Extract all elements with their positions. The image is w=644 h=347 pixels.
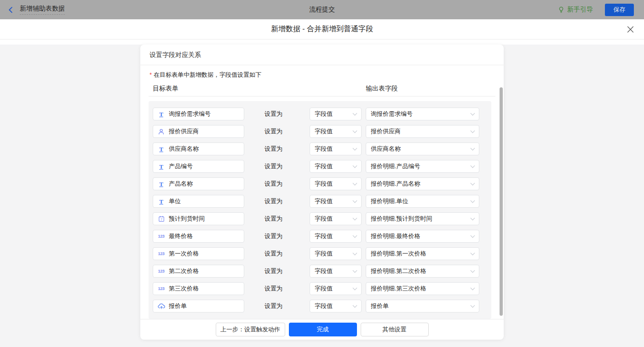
- target-field-input[interactable]: 123 第二次价格: [153, 265, 244, 278]
- panel-footer: 上一步：设置触发动作 完成 其他设置: [140, 319, 504, 340]
- target-field-input[interactable]: 报价单: [153, 300, 244, 313]
- value-type-select[interactable]: 字段值: [310, 300, 362, 313]
- mapping-row: 7 预计到货时间 设置为 字段值 报价明细.预计到货时间: [153, 212, 491, 225]
- value-type-select[interactable]: 字段值: [310, 230, 362, 243]
- text-icon: T: [157, 164, 165, 170]
- set-as-label: 设置为: [264, 267, 282, 275]
- number-icon: 123: [157, 269, 165, 273]
- close-button[interactable]: [627, 26, 634, 33]
- prev-step-button[interactable]: 上一步：设置触发动作: [216, 323, 285, 336]
- chevron-down-icon: [353, 250, 357, 255]
- chevron-down-icon: [471, 216, 475, 220]
- text-icon: T: [157, 199, 165, 205]
- column-header-target: 目标表单: [153, 85, 178, 93]
- upload-icon: [157, 303, 165, 309]
- mapping-row: 123 最终价格 设置为 字段值 报价明细.最终价格: [153, 230, 491, 243]
- mapping-row: 123 第一次价格 设置为 字段值 报价明细.第一次价格: [153, 247, 491, 260]
- chevron-down-icon: [471, 285, 475, 290]
- chevron-down-icon: [471, 198, 475, 203]
- chevron-down-icon: [353, 268, 357, 273]
- number-icon: 123: [157, 286, 165, 291]
- target-field-input[interactable]: T 产品编号: [153, 160, 244, 173]
- modal-title: 新增数据 - 合并新增到普通字段: [271, 24, 373, 34]
- chevron-down-icon: [471, 250, 475, 255]
- target-field-input[interactable]: T 询报价需求编号: [153, 108, 244, 120]
- save-button[interactable]: 保存: [605, 4, 634, 16]
- action-title[interactable]: 新增辅助表数据: [20, 5, 65, 15]
- topbar: 新增辅助表数据 流程提交 新手引导 保存: [0, 0, 644, 19]
- mapping-row: T 产品名称 设置为 字段值 报价明细.产品名称: [153, 177, 491, 190]
- target-field-input[interactable]: T 供应商名称: [153, 142, 244, 155]
- output-field-select[interactable]: 报价明细.预计到货时间: [366, 212, 479, 225]
- value-type-select[interactable]: 字段值: [310, 108, 362, 120]
- output-field-select[interactable]: 报价明细.最终价格: [366, 230, 479, 243]
- text-icon: T: [157, 181, 165, 187]
- flow-title: 流程提交: [309, 6, 335, 14]
- target-field-input[interactable]: 123 第一次价格: [153, 247, 244, 260]
- chevron-down-icon: [471, 146, 475, 150]
- output-field-select[interactable]: 供应商名称: [366, 142, 479, 155]
- chevron-down-icon: [353, 128, 357, 133]
- done-button[interactable]: 完成: [289, 323, 357, 336]
- panel-title: 设置字段对应关系: [140, 45, 504, 65]
- instruction-text: *在目标表单中新增数据，字段值设置如下: [150, 71, 495, 79]
- set-as-label: 设置为: [264, 110, 282, 118]
- chevron-down-icon: [353, 233, 357, 238]
- mapping-row: T 产品编号 设置为 字段值 报价明细.产品编号: [153, 160, 491, 173]
- output-field-select[interactable]: 报价明细.单位: [366, 195, 479, 208]
- set-as-label: 设置为: [264, 145, 282, 153]
- value-type-select[interactable]: 字段值: [310, 142, 362, 155]
- output-field-select[interactable]: 报价明细.第三次价格: [366, 282, 479, 295]
- mapping-row: T 供应商名称 设置为 字段值 供应商名称: [153, 142, 491, 155]
- date-icon: 7: [157, 216, 165, 222]
- target-field-input[interactable]: 123 第三次价格: [153, 282, 244, 295]
- chevron-down-icon: [353, 198, 357, 203]
- required-asterisk: *: [150, 71, 152, 78]
- target-field-input[interactable]: T 产品名称: [153, 177, 244, 190]
- back-button[interactable]: [7, 6, 14, 13]
- target-field-input[interactable]: 123 最终价格: [153, 230, 244, 243]
- output-field-select[interactable]: 报价供应商: [366, 125, 479, 138]
- column-header-output: 输出表字段: [366, 85, 398, 93]
- mapping-row: 123 第三次价格 设置为 字段值 报价明细.第三次价格: [153, 282, 491, 295]
- text-icon: T: [157, 111, 165, 117]
- chevron-down-icon: [471, 111, 475, 115]
- value-type-select[interactable]: 字段值: [310, 177, 362, 190]
- mapping-row: 报价供应商 设置为 字段值 报价供应商: [153, 125, 491, 138]
- member-icon: [157, 128, 165, 135]
- svg-text:7: 7: [161, 218, 162, 221]
- set-as-label: 设置为: [264, 215, 282, 223]
- back-chevron-icon: [7, 6, 14, 13]
- output-field-select[interactable]: 报价明细.第一次价格: [366, 247, 479, 260]
- set-as-label: 设置为: [264, 284, 282, 293]
- value-type-select[interactable]: 字段值: [310, 195, 362, 208]
- output-field-select[interactable]: 询报价需求编号: [366, 108, 479, 120]
- mapping-row: 报价单 设置为 字段值 报价单: [153, 300, 491, 313]
- chevron-down-icon: [471, 128, 475, 133]
- value-type-select[interactable]: 字段值: [310, 265, 362, 278]
- output-field-select[interactable]: 报价明细.第二次价格: [366, 265, 479, 278]
- target-field-input[interactable]: T 单位: [153, 195, 244, 208]
- value-type-select[interactable]: 字段值: [310, 282, 362, 295]
- scrollbar-thumb[interactable]: [500, 87, 503, 316]
- value-type-select[interactable]: 字段值: [310, 160, 362, 173]
- value-type-select[interactable]: 字段值: [310, 125, 362, 138]
- value-type-select[interactable]: 字段值: [310, 212, 362, 225]
- set-as-label: 设置为: [264, 162, 282, 171]
- output-field-select[interactable]: 报价明细.产品名称: [366, 177, 479, 190]
- guide-button[interactable]: 新手引导: [558, 6, 593, 14]
- chevron-down-icon: [353, 163, 357, 168]
- target-field-input[interactable]: 7 预计到货时间: [153, 212, 244, 225]
- output-field-select[interactable]: 报价单: [366, 300, 479, 313]
- chevron-down-icon: [353, 146, 357, 150]
- other-settings-button[interactable]: 其他设置: [361, 323, 429, 336]
- value-type-select[interactable]: 字段值: [310, 247, 362, 260]
- set-as-label: 设置为: [264, 197, 282, 205]
- column-headers: 目标表单 输出表字段: [149, 84, 495, 97]
- chevron-down-icon: [471, 268, 475, 273]
- target-field-input[interactable]: 报价供应商: [153, 125, 244, 138]
- number-icon: 123: [157, 234, 165, 239]
- number-icon: 123: [157, 251, 165, 256]
- output-field-select[interactable]: 报价明细.产品编号: [366, 160, 479, 173]
- chevron-down-icon: [353, 285, 357, 290]
